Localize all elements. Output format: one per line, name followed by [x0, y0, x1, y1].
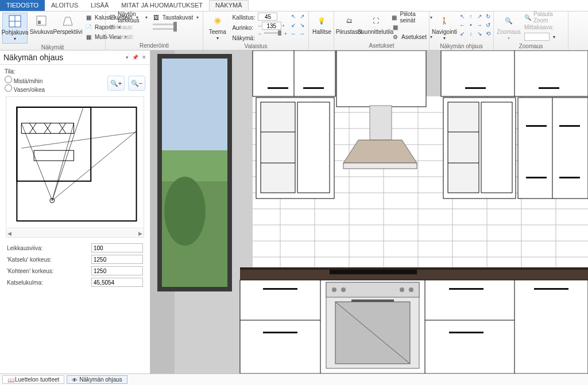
- panel-menu-icon[interactable]: ▾: [126, 55, 129, 60]
- view-slider[interactable]: [264, 32, 281, 34]
- grid-icon-btn[interactable]: ▦: [389, 22, 434, 32]
- nav-reset-icon[interactable]: ⟲: [484, 30, 492, 38]
- nav-sw-icon[interactable]: ↙: [458, 30, 466, 38]
- sun-minus[interactable]: −: [258, 23, 261, 29]
- brightness-label: Kirkkaus:: [108, 22, 149, 32]
- f4-label: Katselukulma:: [7, 279, 43, 286]
- arrow-ne-icon[interactable]: ↗: [298, 13, 306, 21]
- tab-strip: TIEDOSTO ALOITUS LISÄÄ MITAT JA HUOMAUTU…: [0, 0, 588, 11]
- svg-point-97: [409, 287, 413, 292]
- settings-button[interactable]: ⚙Asetukset: [389, 32, 434, 41]
- arrow-nw-icon[interactable]: ↖: [289, 13, 297, 21]
- view-minus[interactable]: −: [258, 31, 261, 37]
- image-icon: 🖼: [152, 13, 160, 21]
- manage-button[interactable]: 💡 Hallitse: [311, 13, 332, 36]
- arrow-se-icon[interactable]: ↘: [298, 21, 306, 29]
- sun-icon: ☀️: [211, 14, 225, 28]
- svg-rect-87: [449, 332, 483, 333]
- gear-icon: ⚙: [391, 33, 399, 41]
- brightness-slider[interactable]: [153, 24, 177, 25]
- panel-pin-icon[interactable]: 📌: [132, 55, 138, 60]
- view-plus[interactable]: +: [284, 31, 287, 37]
- sun-plus[interactable]: +: [282, 23, 285, 29]
- tab-measure[interactable]: MITAT JA HUOMAUTUKSET: [115, 0, 209, 11]
- target-height-input[interactable]: [91, 266, 143, 275]
- svg-point-16: [50, 198, 55, 203]
- nav-down-icon[interactable]: ↓: [467, 30, 475, 38]
- side-view-button[interactable]: Sivukuva: [29, 13, 54, 36]
- mode-radio-1[interactable]: Mistä/mihin: [5, 76, 45, 84]
- group-manage: 💡 Hallitse: [309, 11, 334, 50]
- arrow-sw-icon[interactable]: ↙: [289, 21, 297, 29]
- svg-rect-85: [263, 332, 297, 333]
- f2-label: 'Katselu' korkeus:: [7, 256, 52, 263]
- svg-rect-91: [330, 270, 417, 274]
- plan-icon: [8, 14, 22, 28]
- quality-button[interactable]: 🖵Näytön tarkkuus: [108, 13, 149, 22]
- svg-rect-70: [448, 102, 479, 193]
- 3d-viewport[interactable]: [150, 50, 588, 374]
- navigate-button[interactable]: 🚶 Navigointi ▾: [432, 13, 457, 42]
- design-mode-button[interactable]: ⛶ Suunnittelutila: [363, 13, 388, 36]
- hide-walls-button[interactable]: ▦Piilota seinät: [389, 13, 434, 22]
- contrast-label: Kontrasti:: [108, 32, 149, 41]
- zoom-in-button[interactable]: 🔍+: [107, 76, 125, 91]
- tilt-input[interactable]: [258, 13, 277, 21]
- plan-hscroll[interactable]: ◀▶: [6, 230, 144, 238]
- svg-rect-77: [559, 125, 580, 127]
- sun-input[interactable]: [262, 22, 281, 30]
- arrow-right-icon[interactable]: →: [298, 30, 306, 38]
- panel-close-icon[interactable]: ✕: [142, 55, 146, 60]
- svg-rect-15: [34, 150, 74, 161]
- arrow-left-icon[interactable]: ←: [289, 30, 297, 38]
- svg-point-96: [400, 287, 404, 292]
- contrast-slider[interactable]: [153, 28, 177, 30]
- plan-view-button[interactable]: Pohjakuva ▾: [2, 13, 28, 44]
- sun-row: Aurinko:: [230, 23, 257, 32]
- f3-label: 'Kohteen' korkeus:: [7, 268, 54, 274]
- backgrounds-button[interactable]: 🖼Taustakuvat: [150, 13, 200, 22]
- nav-se-icon[interactable]: ↘: [475, 30, 483, 38]
- svg-rect-76: [526, 125, 547, 127]
- bottom-tab-products[interactable]: 📖Luettelon tuotteet: [2, 375, 64, 384]
- nav-ccw-icon[interactable]: ↺: [484, 21, 492, 29]
- group-navigate-label: Näkymän ohjaus: [432, 42, 491, 50]
- book-icon: 📖: [7, 377, 13, 383]
- theme-button[interactable]: ☀️ Teema ▾: [206, 13, 229, 42]
- eye-height-input[interactable]: [91, 255, 143, 264]
- svg-rect-26: [162, 59, 227, 150]
- zoom-button: 🔍 Zoomaus ▾: [496, 13, 521, 42]
- side-icon: [34, 14, 48, 28]
- scale-dropdown[interactable]: ▾: [523, 32, 566, 41]
- tab-file[interactable]: TIEDOSTO: [0, 0, 45, 11]
- tab-view[interactable]: NÄKYMÄ: [209, 0, 248, 11]
- scale-input[interactable]: [524, 33, 550, 41]
- monitor-icon: 🖵: [110, 13, 115, 21]
- nav-ne-icon[interactable]: ↗: [475, 13, 483, 21]
- tab-home[interactable]: ALOITUS: [45, 0, 84, 11]
- svg-rect-64: [343, 163, 417, 169]
- group-light-label: Valaistus: [206, 42, 306, 50]
- plan-preview[interactable]: [6, 96, 144, 228]
- zoom-out-button[interactable]: 🔍−: [128, 76, 145, 91]
- bottom-tab-view-control[interactable]: 👁Näkymän ohjaus: [67, 375, 127, 384]
- zoom-in-icon: 🔍+: [110, 80, 122, 87]
- nav-left-icon[interactable]: ←: [458, 21, 466, 29]
- magnifier-icon: 🔍: [502, 14, 516, 28]
- nav-right-icon[interactable]: →: [475, 21, 483, 29]
- nav-nw-icon[interactable]: ↖: [458, 13, 466, 21]
- nav-center-icon[interactable]: •: [467, 21, 475, 29]
- tab-insert[interactable]: LISÄÄ: [84, 0, 115, 11]
- nav-up-icon[interactable]: ↑: [467, 13, 475, 21]
- nav-cw-icon[interactable]: ↻: [484, 13, 492, 21]
- svg-point-95: [341, 287, 346, 292]
- perspective-view-button[interactable]: Perspektiivi: [55, 13, 80, 36]
- reset-zoom-icon: 🔍: [524, 13, 531, 21]
- main-area: Näkymän ohjaus ▾ 📌 ✕ Tila: Mistä/mihin V…: [0, 50, 588, 374]
- person-icon: 🚶: [438, 14, 451, 28]
- layers-icon: 🗂: [342, 14, 356, 28]
- group-zoom-label: Zoomaus: [496, 42, 566, 50]
- cut-line-input[interactable]: [91, 243, 143, 252]
- mode-radio-2[interactable]: Vasen/oikea: [5, 84, 45, 93]
- view-angle-input[interactable]: [91, 278, 143, 287]
